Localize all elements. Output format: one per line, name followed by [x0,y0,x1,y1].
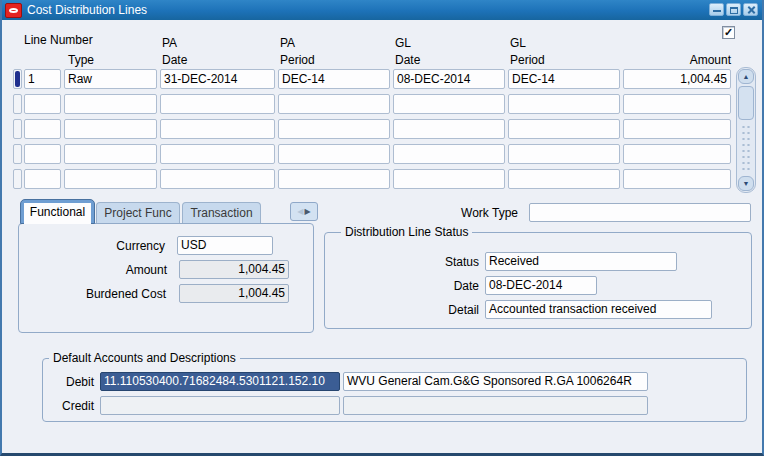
header-type: Type [68,53,94,67]
header-pa-period-bottom: Period [280,53,315,67]
record-indicator[interactable] [13,94,22,114]
cell-pa-period[interactable] [278,119,390,139]
cell-line-number[interactable] [24,119,61,139]
cell-pa-period[interactable] [278,94,390,114]
default-accounts-legend: Default Accounts and Descriptions [49,351,240,365]
minimize-icon [713,10,721,12]
cell-amount[interactable]: 1,004.45 [623,69,731,89]
work-type-field[interactable] [529,203,751,222]
cell-pa-period[interactable] [278,169,390,189]
debit-description-field[interactable]: WVU General Cam.G&G Sponsored R.GA 10062… [343,372,648,391]
cell-pa-date[interactable]: 31-DEC-2014 [160,69,275,89]
table-row [2,118,764,143]
tab-next-icon: ▶ [305,207,311,216]
tab-functional-label: Functional [24,203,91,224]
work-type-label: Work Type [422,206,518,220]
credit-account-field[interactable] [100,396,340,415]
minimize-button[interactable] [709,3,724,16]
tab-transaction[interactable]: Transaction [182,202,261,224]
oracle-logo-icon [5,3,22,18]
cell-type[interactable] [64,169,157,189]
credit-description-field[interactable] [343,396,648,415]
cell-line-number[interactable] [24,169,61,189]
status-detail-field[interactable]: Accounted transaction received [485,300,712,319]
record-indicator[interactable] [13,69,22,89]
header-checkbox[interactable]: ✓ [722,26,735,39]
cell-gl-period[interactable] [508,169,620,189]
close-button[interactable] [743,3,758,16]
cell-pa-date[interactable] [160,119,275,139]
tab-project-func[interactable]: Project Func [96,202,180,224]
header-gl-period-bottom: Period [510,53,545,67]
header-pa-date-top: PA [162,36,177,50]
cell-amount[interactable] [623,119,731,139]
cell-gl-period[interactable] [508,94,620,114]
cell-gl-date[interactable]: 08-DEC-2014 [393,69,505,89]
cell-amount[interactable] [623,169,731,189]
cell-amount[interactable] [623,144,731,164]
cell-type[interactable] [64,94,157,114]
cell-pa-date[interactable] [160,144,275,164]
maximize-button[interactable] [726,3,741,16]
cell-gl-period[interactable] [508,119,620,139]
header-gl-date-top: GL [395,36,411,50]
status-date-label: Date [382,279,479,293]
tab-prev-icon: ◀ [297,207,303,216]
scrollbar-track[interactable] [741,124,751,174]
cell-pa-period[interactable]: DEC-14 [278,69,390,89]
scrollbar-thumb[interactable] [738,86,754,120]
cost-distribution-lines-window: Cost Distribution Lines Line Number Type… [0,0,764,456]
table-row [2,143,764,168]
cell-line-number[interactable] [24,144,61,164]
title-bar[interactable]: Cost Distribution Lines [2,0,762,20]
cell-gl-period[interactable] [508,144,620,164]
table-scrollbar[interactable]: ▲ ▼ [736,67,756,193]
distribution-line-status-legend: Distribution Line Status [341,225,472,239]
header-pa-period-top: PA [280,36,295,50]
status-detail-label: Detail [382,303,479,317]
status-date-field[interactable]: 08-DEC-2014 [485,276,597,295]
window-controls [709,3,758,16]
maximize-icon [730,7,738,14]
record-indicator[interactable] [13,169,22,189]
table-row [2,168,764,193]
status-field[interactable]: Received [485,252,677,271]
tab-scroller-button[interactable]: ◀ ▶ [290,202,318,221]
cell-line-number[interactable] [24,94,61,114]
debit-label: Debit [42,375,94,389]
cell-gl-date[interactable] [393,119,505,139]
cell-gl-period[interactable]: DEC-14 [508,69,620,89]
table-row: 1 Raw 31-DEC-2014 DEC-14 08-DEC-2014 DEC… [2,68,764,93]
cell-pa-date[interactable] [160,94,275,114]
table-row [2,93,764,118]
cell-type[interactable]: Raw [64,69,157,89]
debit-account-field[interactable]: 11.110530400.71682484.5301121.152.10 [100,372,340,391]
current-record-marker-icon [15,71,20,87]
cell-gl-date[interactable] [393,169,505,189]
tab-functional[interactable]: Functional [20,199,95,224]
header-amount: Amount [623,53,731,67]
scroll-down-icon[interactable]: ▼ [738,176,754,191]
cell-pa-period[interactable] [278,144,390,164]
credit-label: Credit [42,399,94,413]
scroll-up-icon[interactable]: ▲ [738,69,754,84]
header-gl-period-top: GL [510,36,526,50]
cell-gl-date[interactable] [393,144,505,164]
record-indicator[interactable] [13,119,22,139]
cell-type[interactable] [64,119,157,139]
cell-type[interactable] [64,144,157,164]
record-indicator[interactable] [13,144,22,164]
header-gl-date-bottom: Date [395,53,420,67]
header-line-number: Line Number [24,33,93,47]
cell-amount[interactable] [623,94,731,114]
header-pa-date-bottom: Date [162,53,187,67]
window-title: Cost Distribution Lines [27,0,147,20]
cell-pa-date[interactable] [160,169,275,189]
cell-line-number[interactable]: 1 [24,69,61,89]
status-label: Status [382,255,479,269]
cell-gl-date[interactable] [393,94,505,114]
functional-tab-panel [18,223,314,333]
